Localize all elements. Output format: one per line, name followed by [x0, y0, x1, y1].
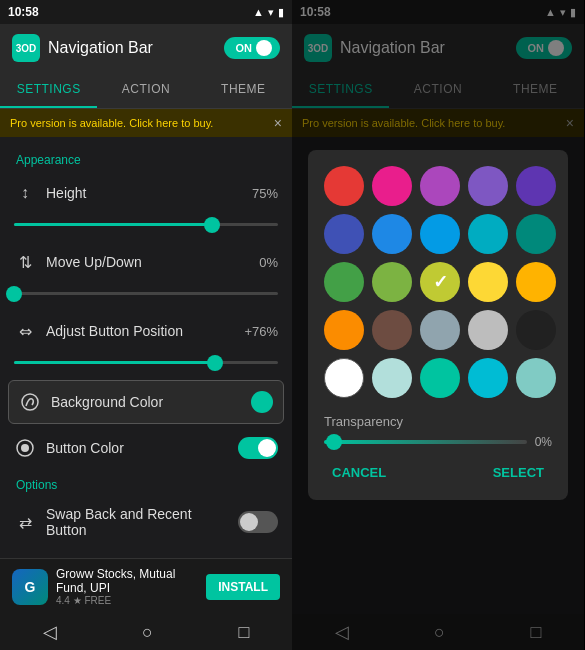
overlay-dim: Transparency 0% CANCEL SELECT: [292, 0, 584, 650]
moveupdown-icon: ⇅: [14, 251, 36, 273]
back-button[interactable]: ◁: [43, 621, 57, 643]
adjust-btn-slider-fill: [14, 361, 215, 364]
transparency-value: 0%: [535, 435, 552, 449]
tab-settings[interactable]: SETTINGS: [0, 72, 97, 108]
height-slider-track[interactable]: [14, 223, 278, 226]
moveupdown-slider-row[interactable]: [0, 284, 292, 309]
color-option-17[interactable]: [420, 310, 460, 350]
time: 10:58: [8, 5, 39, 19]
svg-point-0: [22, 394, 38, 410]
tabs: SETTINGS ACTION THEME: [0, 72, 292, 109]
color-option-11[interactable]: [372, 262, 412, 302]
color-option-23[interactable]: [468, 358, 508, 398]
color-option-4[interactable]: [516, 166, 556, 206]
color-option-22[interactable]: [420, 358, 460, 398]
color-option-10[interactable]: [324, 262, 364, 302]
moveupdown-value: 0%: [259, 255, 278, 270]
app-title: Navigation Bar: [48, 39, 153, 57]
ad-title: Groww Stocks, Mutual Fund, UPI: [56, 567, 198, 595]
appearance-header: Appearance: [0, 145, 292, 171]
color-option-8[interactable]: [468, 214, 508, 254]
height-label: Height: [46, 185, 242, 201]
pro-banner-text: Pro version is available. Click here to …: [10, 117, 213, 129]
title-left: 3OD Navigation Bar: [12, 34, 153, 62]
height-row: ↕ Height 75%: [0, 171, 292, 215]
transparency-thumb: [326, 434, 342, 450]
color-picker-dialog: Transparency 0% CANCEL SELECT: [308, 150, 568, 500]
btn-color-row[interactable]: Button Color: [0, 426, 292, 470]
btn-color-toggle[interactable]: [238, 437, 278, 459]
color-grid: [324, 166, 552, 398]
color-option-3[interactable]: [468, 166, 508, 206]
swap-icon: ⇄: [14, 511, 36, 533]
moveupdown-row: ⇅ Move Up/Down 0%: [0, 240, 292, 284]
color-option-7[interactable]: [420, 214, 460, 254]
color-option-9[interactable]: [516, 214, 556, 254]
bg-color-label: Background Color: [51, 394, 241, 410]
cancel-button[interactable]: CANCEL: [324, 461, 394, 484]
color-option-5[interactable]: [324, 214, 364, 254]
color-option-2[interactable]: [420, 166, 460, 206]
bg-color-row[interactable]: Background Color: [8, 380, 284, 424]
moveupdown-label: Move Up/Down: [46, 254, 249, 270]
install-button[interactable]: INSTALL: [206, 574, 280, 600]
color-option-13[interactable]: [468, 262, 508, 302]
tab-theme[interactable]: THEME: [195, 72, 292, 108]
adjust-btn-row: ⇔ Adjust Button Position +76%: [0, 309, 292, 353]
pro-banner[interactable]: Pro version is available. Click here to …: [0, 109, 292, 137]
color-option-16[interactable]: [372, 310, 412, 350]
home-button[interactable]: ○: [142, 622, 153, 643]
height-slider-thumb: [204, 217, 220, 233]
svg-point-2: [21, 444, 29, 452]
color-option-19[interactable]: [516, 310, 556, 350]
bg-color-icon: [19, 391, 41, 413]
battery-icon: ▮: [278, 6, 284, 19]
left-panel: 10:58 ▲ ▾ ▮ 3OD Navigation Bar ON SETTIN…: [0, 0, 292, 650]
moveupdown-slider-thumb: [6, 286, 22, 302]
color-option-0[interactable]: [324, 166, 364, 206]
adjust-btn-value: +76%: [244, 324, 278, 339]
wifi-icon: ▾: [268, 6, 274, 19]
adjust-btn-icon: ⇔: [14, 320, 36, 342]
adjust-btn-slider-thumb: [207, 355, 223, 371]
transparency-label: Transparency: [324, 414, 552, 429]
select-button[interactable]: SELECT: [485, 461, 552, 484]
nav-bar: ◁ ○ □: [0, 614, 292, 650]
swap-row: ⇄ Swap Back and Recent Button: [0, 496, 292, 548]
recent-button[interactable]: □: [238, 622, 249, 643]
color-option-1[interactable]: [372, 166, 412, 206]
signal-icon: ▲: [253, 6, 264, 18]
color-option-20[interactable]: [324, 358, 364, 398]
tab-action[interactable]: ACTION: [97, 72, 194, 108]
swap-label: Swap Back and Recent Button: [46, 506, 228, 538]
adjust-btn-label: Adjust Button Position: [46, 323, 234, 339]
ad-sub: 4.4 ★ FREE: [56, 595, 198, 606]
settings-content: Appearance ↕ Height 75% ⇅ Move Up/Down 0…: [0, 137, 292, 558]
height-icon: ↕: [14, 182, 36, 204]
color-option-24[interactable]: [516, 358, 556, 398]
transparency-row: 0%: [324, 435, 552, 449]
height-value: 75%: [252, 186, 278, 201]
height-slider-row[interactable]: [0, 215, 292, 240]
adjust-btn-slider-row[interactable]: [0, 353, 292, 378]
swap-toggle[interactable]: [238, 511, 278, 533]
moveupdown-slider-track[interactable]: [14, 292, 278, 295]
vibrate-row: 📳 Vibrate on Touch: [0, 548, 292, 558]
btn-color-icon: [14, 437, 36, 459]
color-option-6[interactable]: [372, 214, 412, 254]
ad-text: Groww Stocks, Mutual Fund, UPI 4.4 ★ FRE…: [56, 567, 198, 606]
toggle-circle: [256, 40, 272, 56]
bg-color-swatch: [251, 391, 273, 413]
color-option-14[interactable]: [516, 262, 556, 302]
status-bar: 10:58 ▲ ▾ ▮: [0, 0, 292, 24]
right-panel: 10:58 ▲ ▾ ▮ 3OD Navigation Bar ON SETTIN…: [292, 0, 584, 650]
app-icon: 3OD: [12, 34, 40, 62]
toggle-button[interactable]: ON: [224, 37, 281, 59]
pro-banner-close[interactable]: ×: [274, 115, 282, 131]
color-option-15[interactable]: [324, 310, 364, 350]
color-option-21[interactable]: [372, 358, 412, 398]
color-option-12[interactable]: [420, 262, 460, 302]
adjust-btn-slider-track[interactable]: [14, 361, 278, 364]
color-option-18[interactable]: [468, 310, 508, 350]
transparency-track[interactable]: [324, 440, 527, 444]
